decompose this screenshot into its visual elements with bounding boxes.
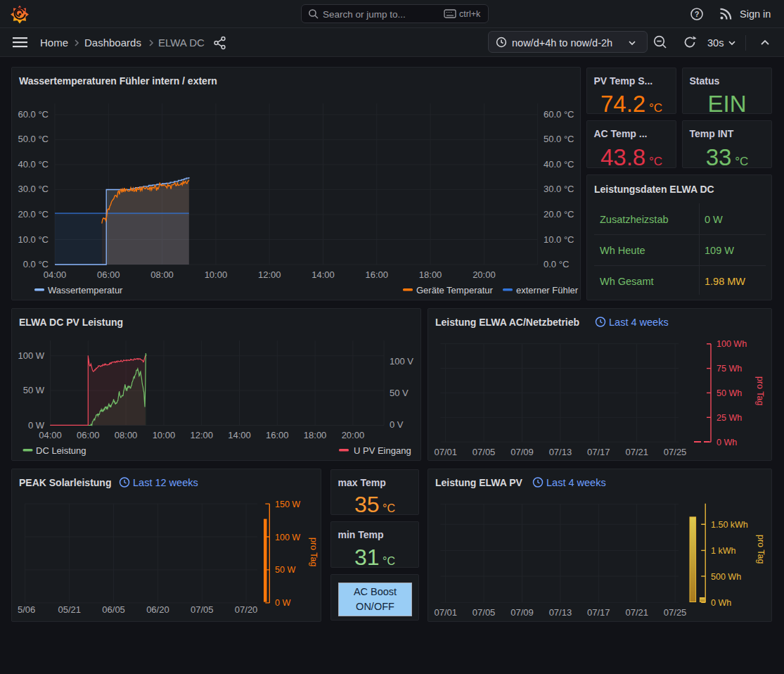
svg-text:0 W: 0 W: [275, 598, 290, 608]
svg-text:07/05: 07/05: [473, 607, 496, 618]
svg-text:20:00: 20:00: [473, 269, 496, 280]
svg-text:10.0 °C: 10.0 °C: [18, 234, 49, 245]
svg-text:10.0 °C: 10.0 °C: [544, 234, 574, 245]
svg-text:0 Wh: 0 Wh: [716, 438, 737, 447]
svg-text:50 W: 50 W: [275, 565, 295, 575]
svg-text:150 W: 150 W: [275, 500, 300, 509]
svg-text:Wassertemperatur: Wassertemperatur: [48, 285, 123, 295]
svg-text:0 Wh: 0 Wh: [711, 598, 731, 608]
svg-text:30.0 °C: 30.0 °C: [18, 184, 49, 194]
svg-text:18:00: 18:00: [304, 430, 327, 440]
svg-text:100 V: 100 V: [390, 356, 413, 367]
svg-text:Geräte Temperatur: Geräte Temperatur: [416, 285, 494, 295]
svg-text:10:00: 10:00: [205, 269, 228, 280]
svg-text:07/01: 07/01: [434, 447, 457, 457]
svg-text:1 kWh: 1 kWh: [711, 546, 735, 556]
svg-text:04:00: 04:00: [39, 430, 62, 440]
svg-text:Last 4 weeks: Last 4 weeks: [546, 477, 606, 488]
svg-text:30.0 °C: 30.0 °C: [544, 184, 574, 194]
svg-text:1.50 kWh: 1.50 kWh: [711, 520, 748, 530]
svg-text:500 Wh: 500 Wh: [711, 572, 741, 582]
svg-text:40.0 °C: 40.0 °C: [544, 159, 574, 170]
svg-text:16:00: 16:00: [266, 430, 289, 440]
svg-text:06/05: 06/05: [102, 604, 125, 615]
svg-text:0 W: 0 W: [28, 420, 45, 431]
svg-text:07/05: 07/05: [473, 447, 496, 457]
svg-text:12:00: 12:00: [190, 430, 213, 440]
svg-text:5/06: 5/06: [18, 604, 35, 615]
svg-text:06:00: 06:00: [97, 269, 120, 280]
svg-text:07/21: 07/21: [625, 607, 648, 618]
svg-text:07/05: 07/05: [191, 604, 214, 615]
svg-text:20:00: 20:00: [342, 430, 365, 440]
svg-text:10:00: 10:00: [153, 430, 176, 440]
svg-text:06/20: 06/20: [146, 604, 169, 615]
svg-text:07/25: 07/25: [664, 447, 687, 457]
svg-text:07/13: 07/13: [549, 607, 572, 618]
svg-text:?: ?: [695, 10, 700, 18]
svg-text:0 W: 0 W: [705, 214, 723, 225]
svg-text:U PV Eingang: U PV Eingang: [354, 445, 411, 456]
svg-text:75 Wh: 75 Wh: [716, 364, 742, 374]
svg-text:Wh Heute: Wh Heute: [600, 245, 645, 256]
svg-text:07/25: 07/25: [664, 607, 687, 618]
svg-text:04:00: 04:00: [44, 269, 67, 280]
svg-text:100 W: 100 W: [18, 350, 44, 361]
svg-text:50.0 °C: 50.0 °C: [18, 134, 49, 144]
svg-text:18:00: 18:00: [419, 269, 442, 280]
svg-text:0.0 °C: 0.0 °C: [544, 259, 569, 269]
svg-text:07/13: 07/13: [549, 447, 572, 457]
svg-text:0.0 °C: 0.0 °C: [23, 259, 49, 269]
svg-text:1.98 MW: 1.98 MW: [705, 276, 745, 287]
svg-text:Zusatzheizstab: Zusatzheizstab: [600, 214, 669, 225]
svg-text:07/01: 07/01: [434, 607, 457, 618]
svg-text:50.0 °C: 50.0 °C: [544, 134, 574, 144]
svg-text:08:00: 08:00: [150, 269, 174, 280]
svg-text:Last 12 weeks: Last 12 weeks: [133, 477, 198, 488]
svg-text:50 Wh: 50 Wh: [716, 388, 742, 398]
svg-text:07/21: 07/21: [625, 447, 648, 457]
svg-text:07/20: 07/20: [235, 604, 258, 615]
svg-text:14:00: 14:00: [311, 269, 335, 280]
svg-text:07/09: 07/09: [510, 607, 534, 618]
svg-text:07/17: 07/17: [587, 447, 610, 457]
svg-text:50 W: 50 W: [23, 385, 45, 395]
svg-text:12:00: 12:00: [258, 269, 281, 280]
svg-text:14:00: 14:00: [228, 430, 251, 440]
svg-text:20.0 °C: 20.0 °C: [544, 209, 574, 220]
svg-text:07/17: 07/17: [587, 607, 610, 618]
svg-text:08:00: 08:00: [115, 430, 138, 440]
svg-text:Wh Gesamt: Wh Gesamt: [600, 276, 654, 287]
svg-text:16:00: 16:00: [366, 269, 389, 280]
svg-text:07/09: 07/09: [510, 447, 534, 457]
svg-text:Last 4 weeks: Last 4 weeks: [609, 317, 669, 328]
svg-text:100 W: 100 W: [275, 533, 300, 542]
svg-text:05/21: 05/21: [58, 604, 81, 615]
svg-text:109 W: 109 W: [705, 245, 734, 256]
svg-text:40.0 °C: 40.0 °C: [18, 159, 49, 170]
svg-text:60.0 °C: 60.0 °C: [544, 109, 574, 120]
svg-text:0 V: 0 V: [390, 419, 404, 430]
svg-text:20.0 °C: 20.0 °C: [18, 209, 49, 220]
svg-text:06:00: 06:00: [77, 430, 100, 440]
svg-text:50 V: 50 V: [390, 388, 409, 398]
svg-text:25 Wh: 25 Wh: [716, 413, 742, 423]
svg-text:100 Wh: 100 Wh: [716, 339, 747, 349]
svg-text:60.0 °C: 60.0 °C: [18, 109, 49, 120]
svg-text:externer Fühler: externer Fühler: [516, 285, 579, 295]
svg-text:DC Leistung: DC Leistung: [36, 445, 86, 456]
